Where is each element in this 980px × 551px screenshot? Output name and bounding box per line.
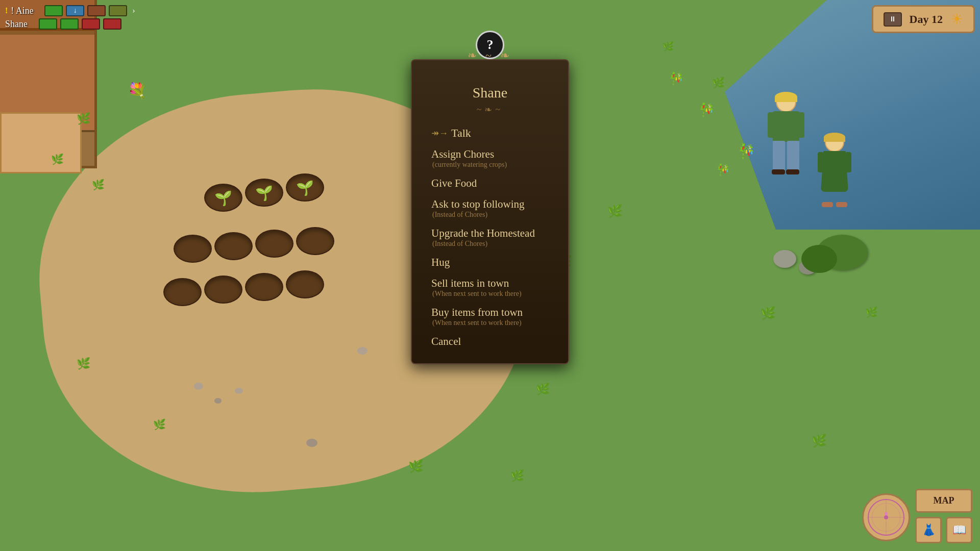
hud-topleft: ! ! Aine ↓ › Shane	[5, 5, 135, 32]
farm-plot-10	[245, 273, 283, 301]
dialog-item-upgrade-homestead[interactable]: Upgrade the Homestead (Instead of Chores…	[426, 223, 554, 252]
assign-chores-sub: (currently watering crops)	[431, 161, 549, 169]
farm-plot-3: 🌱	[286, 173, 324, 202]
give-food-label: Give Food	[431, 177, 549, 190]
day-label: Day 12	[910, 13, 943, 26]
dialog-item-hug[interactable]: Hug	[426, 252, 554, 273]
grass-tuft-1: 🌿	[77, 112, 90, 126]
dialog-item-assign-chores[interactable]: Assign Chores (currently watering crops)	[426, 144, 554, 173]
talk-arrow-icon: ↠→	[431, 128, 448, 139]
sun-icon: ☀	[950, 11, 963, 28]
player2-bar-2	[60, 18, 79, 30]
grass-tuft-4: 🌿	[153, 418, 166, 431]
pebble-1	[194, 383, 203, 390]
upgrade-homestead-sub: (Instead of Chores)	[431, 240, 549, 248]
player1-chevron: ›	[132, 6, 135, 15]
talk-label: Talk	[451, 127, 471, 140]
player1-bar-arrow: ↓	[66, 5, 84, 16]
npc-name: Shane	[426, 85, 554, 101]
hug-label: Hug	[431, 256, 549, 269]
book-icon: 📖	[952, 523, 966, 537]
compass-v-line	[886, 500, 887, 535]
icon-buttons-row: 👗 📖	[915, 517, 972, 543]
farm-plot-1: 🌱	[204, 184, 242, 212]
pebble-2	[214, 398, 222, 404]
farm-plot-9	[204, 276, 242, 304]
grass-tuft-3: 🌿	[77, 357, 90, 370]
grass-tuft-9: 🌿	[761, 306, 776, 320]
dress-icon: 👗	[922, 523, 936, 537]
grass-tuft-6: 🌿	[510, 469, 524, 483]
character-child	[817, 133, 852, 209]
buy-items-label: Buy items from town	[431, 306, 549, 319]
pebble-4	[357, 347, 368, 355]
flower-patch: 💐	[128, 82, 146, 99]
farm-plot-6	[255, 230, 293, 258]
dialog-item-sell-items[interactable]: Sell items in town (When next sent to wo…	[426, 273, 554, 302]
shrub-2	[801, 245, 837, 273]
reed-4: 🎋	[716, 163, 730, 177]
grass-tuft-10: 🌿	[712, 77, 725, 89]
upgrade-homestead-label: Upgrade the Homestead	[431, 227, 549, 240]
buy-items-sub: (When next sent to work there)	[431, 319, 549, 327]
farm-plot-4	[174, 235, 212, 263]
pebble-5	[306, 439, 317, 447]
bottom-right-hud: MAP 👗 📖	[862, 489, 972, 543]
map-button[interactable]: MAP	[915, 489, 972, 513]
player1-bar-3	[87, 5, 106, 16]
farm-plot-8	[163, 278, 202, 306]
dialog-item-talk[interactable]: ↠→ Talk	[426, 122, 554, 144]
dialog-container: ? ❧ ~ ❧ Shane ~❧~ ↠→ Talk Assign Chores …	[411, 45, 569, 364]
farm-plot-11	[286, 270, 324, 298]
grass-tuft-5: 🌿	[408, 459, 424, 473]
farm-plot-2: 🌱	[245, 179, 283, 207]
pause-button[interactable]: ⏸	[884, 12, 902, 27]
rock-1	[773, 250, 796, 268]
assign-chores-label: Assign Chores	[431, 148, 549, 161]
cancel-label: Cancel	[431, 335, 549, 348]
reed-1: 🎋	[738, 143, 755, 160]
pause-icon: ⏸	[889, 15, 896, 23]
day-counter: ⏸ Day 12 ☀	[872, 5, 975, 33]
dialog-item-cancel[interactable]: Cancel	[426, 331, 554, 352]
pebble-3	[235, 388, 243, 394]
book-icon-button[interactable]: 📖	[946, 517, 972, 543]
player1-name: ! Aine	[11, 6, 41, 16]
grass-tuft-7: 🌿	[607, 204, 623, 218]
sell-items-label: Sell items in town	[431, 277, 549, 290]
dialog-item-buy-items[interactable]: Buy items from town (When next sent to w…	[426, 302, 554, 331]
farm-plot-5	[214, 232, 253, 260]
grass-tuft-12: 🌿	[92, 179, 105, 191]
dialog-item-stop-following[interactable]: Ask to stop following (Instead of Chores…	[426, 194, 554, 223]
player2-name: Shane	[5, 19, 36, 30]
floor-platform	[0, 112, 82, 173]
dialog-swirl-decoration: ❧ ~ ❧	[468, 49, 513, 62]
grass-tuft-14: 🌿	[812, 434, 827, 448]
player1-row: ! ! Aine ↓ ›	[5, 5, 135, 16]
sell-items-sub: (When next sent to work there)	[431, 290, 549, 298]
compass-widget	[862, 493, 910, 541]
player2-bar-4	[103, 18, 121, 30]
player2-bar-3	[82, 18, 100, 30]
character-adult	[766, 92, 806, 173]
grass-tuft-2: 🌿	[51, 153, 64, 165]
player2-row: Shane	[5, 18, 135, 30]
dialog-divider: ~❧~	[426, 104, 554, 115]
compass-ring	[868, 499, 904, 536]
compass-position-dot	[885, 512, 888, 515]
player2-bar-1	[39, 18, 57, 30]
farm-plot-7	[296, 227, 334, 255]
grass-tuft-13: 🌿	[536, 383, 550, 396]
stop-following-sub: (Instead of Chores)	[431, 211, 549, 219]
exclaim-icon: !	[5, 6, 8, 15]
dress-icon-button[interactable]: 👗	[915, 517, 942, 543]
dialog-box: Shane ~❧~ ↠→ Talk Assign Chores (current…	[411, 59, 569, 364]
grass-tuft-15: 🌿	[865, 306, 878, 318]
dialog-item-give-food[interactable]: Give Food	[426, 173, 554, 194]
grass-tuft-11: 🌿	[663, 41, 674, 52]
reed-3: 🎋	[669, 71, 684, 86]
reed-2: 🎋	[698, 102, 715, 118]
stop-following-label: Ask to stop following	[431, 198, 549, 211]
player1-bar-4	[109, 5, 127, 16]
hud-buttons-column: MAP 👗 📖	[915, 489, 972, 543]
